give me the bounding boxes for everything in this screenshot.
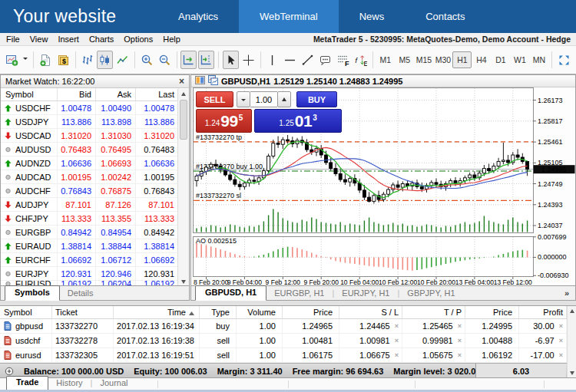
remove-sl-icon[interactable]: × xyxy=(395,337,399,344)
chart-area[interactable]: 1.261731.258171.254611.251051.247491.243… xyxy=(191,87,575,285)
market-watch-row[interactable]: AUDUSD 0.76483 0.76495 0.76483 xyxy=(1,143,189,156)
expand-icon[interactable] xyxy=(5,367,14,376)
column-time[interactable]: Time xyxy=(114,306,200,318)
buy-button[interactable]: BUY xyxy=(296,91,337,107)
column-last[interactable]: Last xyxy=(136,88,179,100)
market-watch-row[interactable]: EURJPY 120.931 120.946 120.931 xyxy=(1,267,189,281)
new-chart-icon[interactable] xyxy=(4,51,20,69)
zoom-out-icon[interactable] xyxy=(157,51,173,69)
more-tabs-icon[interactable]: » xyxy=(564,288,569,300)
remove-tp-icon[interactable]: × xyxy=(458,322,462,330)
column-price-current[interactable]: Price xyxy=(465,306,519,318)
market-watch-row[interactable]: AUDNZD 1.06636 1.06693 1.06636 xyxy=(1,156,189,170)
site-tab-news[interactable]: News xyxy=(339,0,406,33)
close-position-icon[interactable]: × xyxy=(559,322,563,330)
column-bid[interactable]: Bid xyxy=(58,88,96,100)
column-symbol[interactable]: Symbol xyxy=(0,306,52,318)
scroll-up-icon[interactable] xyxy=(568,306,576,316)
chart-tab-1[interactable]: EURGBP, H1 xyxy=(266,287,332,300)
sell-price-quote[interactable]: 1.24995 xyxy=(196,109,252,133)
column-sl[interactable]: S / L xyxy=(339,306,402,318)
timeframe-m1[interactable]: M1 xyxy=(376,51,395,68)
close-icon[interactable]: × xyxy=(179,77,184,85)
deposit-icon[interactable]: $ xyxy=(55,51,71,69)
remove-tp-icon[interactable]: × xyxy=(458,337,462,344)
market-watch-scrollbar[interactable] xyxy=(177,89,189,287)
scrollbar-thumb[interactable] xyxy=(180,100,187,140)
position-row[interactable]: usdchf 133732278 2017.02.13 16:19:38 sel… xyxy=(0,334,576,348)
horizontal-line-icon[interactable] xyxy=(282,51,298,69)
fibonacci-icon[interactable]: F xyxy=(335,51,351,69)
market-watch-row[interactable]: AUDCAD 1.00195 1.00242 1.00195 xyxy=(1,170,189,184)
market-watch-row[interactable]: EURAUD 1.38814 1.38844 1.38814 xyxy=(1,239,189,253)
chart-tab-2[interactable]: EURJPY, H1 xyxy=(334,287,397,300)
close-position-icon[interactable]: × xyxy=(559,351,563,359)
chart-tab-0[interactable]: GBPUSD, H1 xyxy=(195,285,266,301)
indicators-icon[interactable]: fE xyxy=(353,51,369,69)
tab-details[interactable]: Details xyxy=(60,287,101,300)
timeframe-w1[interactable]: W1 xyxy=(510,51,529,68)
cursor-icon[interactable] xyxy=(223,51,239,69)
line-chart-icon[interactable] xyxy=(114,51,131,69)
site-tab-contacts[interactable]: Contacts xyxy=(405,0,485,33)
crosshair-icon[interactable] xyxy=(240,51,257,69)
auto-scroll-icon[interactable] xyxy=(180,51,197,69)
market-watch-row[interactable]: AUDCHF 0.76843 0.76875 0.76843 xyxy=(1,184,189,198)
trend-line-icon[interactable] xyxy=(300,51,316,69)
market-watch-row[interactable]: USDJPY 113.886 113.898 113.886 xyxy=(1,115,189,129)
menu-help[interactable]: Help xyxy=(163,35,180,44)
close-position-icon[interactable]: × xyxy=(559,337,563,344)
column-volume[interactable]: Volume xyxy=(237,306,283,318)
menu-view[interactable]: View xyxy=(30,35,48,44)
column-tp[interactable]: T / P xyxy=(402,306,465,318)
tab-journal[interactable]: Journal xyxy=(92,377,135,390)
menu-insert[interactable]: Insert xyxy=(58,35,79,44)
site-tab-analytics[interactable]: Analytics xyxy=(157,0,239,33)
volume-input[interactable]: 1.00 xyxy=(250,91,277,107)
timeframe-h1[interactable]: H1 xyxy=(452,51,472,68)
sell-button[interactable]: SELL xyxy=(196,91,233,107)
timeframe-mn[interactable]: MN xyxy=(529,51,548,68)
timeframe-d1[interactable]: D1 xyxy=(491,51,510,68)
site-logo[interactable]: Your website xyxy=(0,0,157,33)
timeframe-m15[interactable]: M15 xyxy=(414,51,433,68)
trade-scrollbar[interactable] xyxy=(567,306,576,378)
market-watch-row[interactable]: EURCHF 1.06692 1.06712 1.06692 xyxy=(1,253,189,267)
buy-price-quote[interactable]: 1.25013 xyxy=(254,109,342,133)
chart-shift-icon[interactable] xyxy=(198,51,214,69)
tab-trade[interactable]: Trade xyxy=(6,376,48,390)
market-watch-row[interactable]: CHFJPY 113.333 113.355 113.333 xyxy=(1,212,189,226)
remove-sl-icon[interactable]: × xyxy=(395,351,399,359)
column-profit[interactable]: Profit xyxy=(519,306,567,318)
candle-chart-icon[interactable] xyxy=(97,51,113,69)
bar-chart-icon[interactable] xyxy=(79,51,95,69)
market-watch-row[interactable]: EURGBP 0.84942 0.84954 0.84942 xyxy=(1,226,189,239)
market-watch-row[interactable]: AUDJPY 87.101 87.126 87.101 xyxy=(1,198,189,212)
menu-charts[interactable]: Charts xyxy=(89,35,114,44)
vertical-line-icon[interactable] xyxy=(264,51,280,69)
column-type[interactable]: Type xyxy=(200,306,237,318)
market-depth-icon[interactable] xyxy=(195,75,205,87)
tab-history[interactable]: History xyxy=(48,377,90,390)
text-label-icon[interactable] xyxy=(317,51,333,69)
chart-tab-3[interactable]: GBPJPY, H1 xyxy=(399,287,462,300)
volume-increase-button[interactable] xyxy=(277,91,291,107)
timeframe-m30[interactable]: M30 xyxy=(433,51,452,68)
remove-tp-icon[interactable]: × xyxy=(458,351,462,359)
new-order-icon[interactable] xyxy=(38,51,54,69)
position-row[interactable]: eurusd 133732305 2017.02.13 16:19:51 sel… xyxy=(0,348,576,363)
menu-file[interactable]: File xyxy=(6,35,20,44)
market-watch-row[interactable]: USDCAD 1.31020 1.31030 1.31020 xyxy=(1,129,189,143)
timeframe-h4[interactable]: H4 xyxy=(472,51,491,68)
market-watch-row[interactable]: USDCHF 1.00478 1.00490 1.00478 xyxy=(1,101,189,115)
timeframe-m5[interactable]: M5 xyxy=(395,51,414,68)
scroll-up-icon[interactable] xyxy=(178,89,189,99)
site-tab-webterminal[interactable]: WebTerminal xyxy=(239,0,339,33)
column-symbol[interactable]: Symbol xyxy=(1,88,58,100)
menu-options[interactable]: Options xyxy=(124,35,153,44)
column-ticket[interactable]: Ticket xyxy=(52,306,114,318)
column-ask[interactable]: Ask xyxy=(96,88,136,100)
fullscreen-icon[interactable] xyxy=(556,51,572,69)
chart-window-icon[interactable] xyxy=(208,75,218,87)
remove-sl-icon[interactable]: × xyxy=(395,322,399,330)
